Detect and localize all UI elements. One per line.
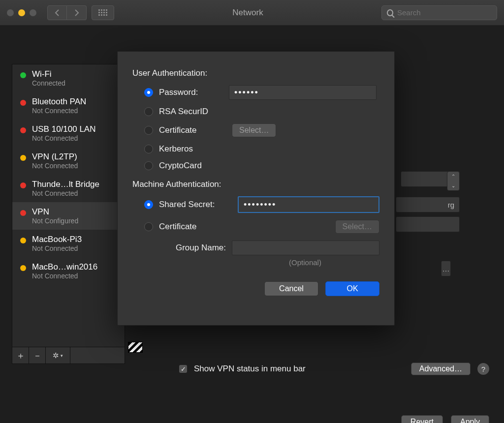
search-input[interactable] bbox=[397, 8, 492, 17]
radio-securid[interactable] bbox=[144, 107, 153, 116]
bg-stepper[interactable]: ⌃⌄ bbox=[447, 171, 460, 191]
group-name-field[interactable] bbox=[232, 241, 379, 255]
group-name-row: Group Name: bbox=[162, 241, 379, 255]
bg-server-field[interactable]: rg bbox=[396, 197, 460, 212]
radio-kerberos[interactable] bbox=[144, 145, 153, 153]
ok-button[interactable]: OK bbox=[325, 281, 379, 296]
window-controls bbox=[7, 9, 36, 16]
nav-group bbox=[47, 5, 87, 20]
service-name: MacBook-Pi3 bbox=[32, 235, 82, 244]
show-vpn-status-checkbox[interactable] bbox=[179, 365, 187, 373]
shared-secret-field[interactable] bbox=[238, 196, 379, 213]
zoom-window-dot[interactable] bbox=[30, 9, 36, 16]
gear-icon: ✲ bbox=[53, 351, 59, 360]
auth-settings-sheet: User Authentication: Password: RSA Secur… bbox=[117, 51, 395, 326]
add-service-button[interactable]: ＋ bbox=[12, 347, 29, 363]
service-status: Not Configured bbox=[32, 217, 78, 225]
apply-button[interactable]: Apply bbox=[451, 415, 489, 423]
radio-cryptocard[interactable] bbox=[144, 161, 153, 170]
radio-shared-row[interactable]: Shared Secret: bbox=[144, 196, 379, 213]
radio-password[interactable] bbox=[144, 88, 153, 97]
radio-machine-certificate-label: Certificate bbox=[159, 222, 326, 232]
sidebar-item-wi-fi[interactable]: Wi-FiConnected bbox=[12, 64, 125, 92]
service-name: MacBo…win2016 bbox=[32, 262, 97, 272]
status-dot bbox=[20, 210, 26, 216]
radio-user-certificate[interactable] bbox=[144, 126, 153, 135]
svg-rect-9 bbox=[101, 14, 102, 16]
minimize-window-dot[interactable] bbox=[18, 9, 25, 16]
password-field[interactable] bbox=[229, 85, 377, 100]
radio-cryptocard-row[interactable]: CryptoCard bbox=[144, 161, 379, 171]
apply-revert-row: Revert Apply bbox=[401, 415, 489, 423]
svg-rect-1 bbox=[101, 9, 102, 11]
radio-shared-secret[interactable] bbox=[144, 200, 153, 209]
status-dot bbox=[20, 72, 26, 78]
service-actions-menu[interactable]: ✲▾ bbox=[46, 347, 70, 363]
svg-rect-0 bbox=[98, 9, 100, 11]
service-sidebar: Wi-FiConnectedBluetooth PANNot Connected… bbox=[12, 64, 125, 364]
revert-button[interactable]: Revert bbox=[401, 415, 443, 423]
service-status: Not Connected bbox=[32, 162, 78, 170]
status-dot bbox=[20, 182, 26, 188]
sheet-button-row: Cancel OK bbox=[132, 281, 379, 296]
status-dot bbox=[20, 265, 26, 271]
titlebar: Network bbox=[0, 0, 504, 26]
search-field-wrap[interactable] bbox=[381, 5, 497, 20]
bg-account-field[interactable] bbox=[396, 216, 460, 232]
service-name: USB 10/100 LAN bbox=[32, 124, 95, 134]
sidebar-item-vpn-l2tp-[interactable]: VPN (L2TP)Not Connected bbox=[12, 147, 125, 175]
service-status: Not Connected bbox=[32, 272, 97, 280]
sidebar-item-macbook-pi3[interactable]: MacBook-Pi3Not Connected bbox=[12, 230, 125, 257]
status-dot bbox=[20, 238, 26, 243]
machine-cert-select-button[interactable]: Select… bbox=[335, 220, 379, 234]
svg-rect-3 bbox=[106, 9, 107, 11]
service-name: Thunde…lt Bridge bbox=[32, 180, 99, 189]
service-status: Not Connected bbox=[32, 244, 82, 252]
user-cert-select-button[interactable]: Select… bbox=[232, 123, 276, 137]
search-icon bbox=[387, 9, 393, 16]
sidebar-item-thunde-lt-bridge[interactable]: Thunde…lt BridgeNot Connected bbox=[12, 175, 125, 202]
service-list: Wi-FiConnectedBluetooth PANNot Connected… bbox=[12, 64, 125, 347]
radio-cert-row[interactable]: Certificate Select… bbox=[144, 123, 379, 137]
service-name: Wi-Fi bbox=[32, 69, 65, 79]
sidebar-item-macbo-win2016[interactable]: MacBo…win2016Not Connected bbox=[12, 257, 125, 285]
sidebar-item-vpn[interactable]: VPNNot Configured bbox=[12, 202, 125, 230]
pane-footer: Show VPN status in menu bar Advanced… ? bbox=[162, 363, 489, 375]
group-name-label: Group Name: bbox=[162, 243, 226, 253]
service-name: Bluetooth PAN bbox=[32, 97, 86, 107]
radio-securid-row[interactable]: RSA SecurID bbox=[144, 107, 379, 117]
radio-kerberos-row[interactable]: Kerberos bbox=[144, 144, 379, 154]
radio-user-certificate-label: Certificate bbox=[159, 125, 223, 135]
svg-rect-7 bbox=[106, 12, 107, 13]
radio-securid-label: RSA SecurID bbox=[159, 107, 223, 117]
radio-password-row[interactable]: Password: bbox=[144, 85, 379, 100]
machine-auth-heading: Machine Authentication: bbox=[132, 180, 379, 189]
service-name: VPN (L2TP) bbox=[32, 152, 78, 162]
advanced-button[interactable]: Advanced… bbox=[411, 363, 471, 375]
service-status: Not Connected bbox=[32, 134, 95, 142]
bg-ellipsis-button[interactable]: … bbox=[441, 261, 451, 276]
close-window-dot[interactable] bbox=[7, 9, 14, 16]
remove-service-button[interactable]: － bbox=[29, 347, 46, 363]
help-button[interactable]: ? bbox=[477, 363, 489, 375]
radio-cryptocard-label: CryptoCard bbox=[159, 161, 223, 171]
status-dot bbox=[20, 155, 26, 161]
radio-machine-certificate[interactable] bbox=[144, 222, 153, 231]
forward-button[interactable] bbox=[67, 5, 87, 20]
sidebar-item-usb-10-100-lan[interactable]: USB 10/100 LANNot Connected bbox=[12, 120, 125, 147]
sidebar-item-bluetooth-pan[interactable]: Bluetooth PANNot Connected bbox=[12, 92, 125, 120]
cancel-button[interactable]: Cancel bbox=[264, 281, 318, 296]
radio-machine-cert-row[interactable]: Certificate Select… bbox=[144, 220, 379, 234]
svg-rect-4 bbox=[98, 12, 100, 13]
bg-server-suffix: rg bbox=[448, 201, 454, 209]
back-button[interactable] bbox=[47, 5, 67, 20]
service-status: Not Connected bbox=[32, 107, 86, 115]
radio-kerberos-label: Kerberos bbox=[159, 144, 223, 154]
lock-stripe-icon bbox=[127, 339, 143, 355]
svg-rect-6 bbox=[103, 12, 105, 13]
sidebar-footer: ＋ － ✲▾ bbox=[12, 347, 125, 363]
svg-rect-8 bbox=[98, 14, 100, 16]
user-auth-heading: User Authentication: bbox=[132, 68, 379, 78]
status-dot bbox=[20, 100, 26, 106]
show-all-prefs-button[interactable] bbox=[92, 5, 114, 20]
